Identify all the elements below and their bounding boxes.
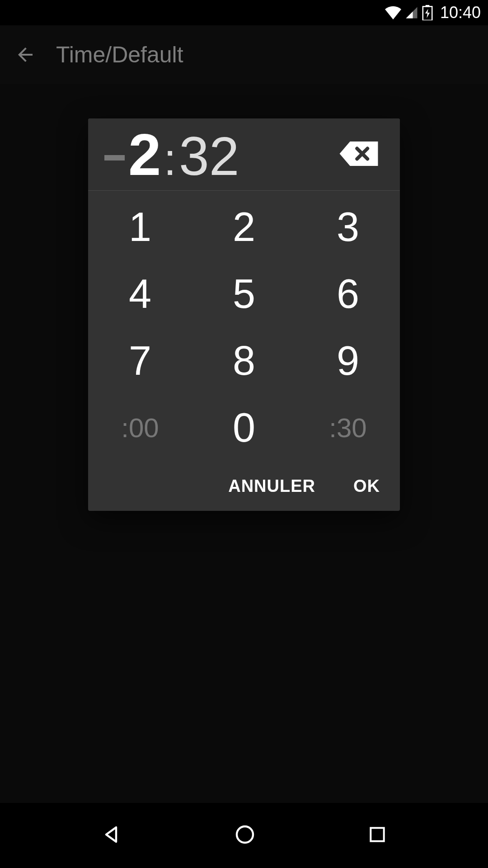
status-time: 10:40 bbox=[440, 3, 481, 22]
triangle-back-icon bbox=[101, 824, 122, 847]
key-9[interactable]: 9 bbox=[296, 327, 400, 394]
wifi-icon bbox=[385, 6, 401, 19]
dialog-action-row: ANNULER OK bbox=[88, 461, 400, 511]
svg-point-2 bbox=[237, 826, 253, 843]
minutes-digits: 32 bbox=[179, 129, 239, 183]
time-display-row: 2 : 32 bbox=[88, 118, 400, 191]
key-0[interactable]: 0 bbox=[192, 394, 296, 461]
key-00[interactable]: :00 bbox=[88, 394, 192, 461]
cancel-button[interactable]: ANNULER bbox=[228, 476, 315, 496]
backspace-button[interactable] bbox=[334, 136, 384, 173]
digit-placeholder bbox=[104, 155, 125, 160]
nav-back-button[interactable] bbox=[101, 824, 122, 847]
key-4[interactable]: 4 bbox=[88, 260, 192, 327]
key-2[interactable]: 2 bbox=[192, 193, 296, 260]
key-6[interactable]: 6 bbox=[296, 260, 400, 327]
dialog-overlay: 2 : 32 1 2 3 4 5 6 7 8 9 :00 0 :30 bbox=[0, 25, 488, 803]
keypad: 1 2 3 4 5 6 7 8 9 :00 0 :30 bbox=[88, 191, 400, 461]
battery-charging-icon bbox=[422, 5, 433, 20]
square-recent-icon bbox=[367, 825, 387, 846]
time-picker-dialog: 2 : 32 1 2 3 4 5 6 7 8 9 :00 0 :30 bbox=[88, 118, 400, 511]
nav-recent-button[interactable] bbox=[367, 825, 387, 846]
svg-rect-1 bbox=[426, 5, 430, 7]
time-display: 2 : 32 bbox=[104, 125, 334, 184]
circle-home-icon bbox=[234, 824, 256, 847]
cell-signal-icon bbox=[405, 6, 418, 19]
nav-home-button[interactable] bbox=[234, 824, 256, 847]
key-3[interactable]: 3 bbox=[296, 193, 400, 260]
key-5[interactable]: 5 bbox=[192, 260, 296, 327]
hours-last-digit: 2 bbox=[128, 125, 161, 184]
key-30[interactable]: :30 bbox=[296, 394, 400, 461]
status-bar: 10:40 bbox=[0, 0, 488, 25]
navigation-bar bbox=[0, 803, 488, 868]
svg-rect-3 bbox=[371, 828, 384, 841]
backspace-icon bbox=[339, 142, 378, 168]
key-8[interactable]: 8 bbox=[192, 327, 296, 394]
key-7[interactable]: 7 bbox=[88, 327, 192, 394]
time-colon: : bbox=[164, 137, 176, 182]
key-1[interactable]: 1 bbox=[88, 193, 192, 260]
ok-button[interactable]: OK bbox=[353, 476, 380, 496]
